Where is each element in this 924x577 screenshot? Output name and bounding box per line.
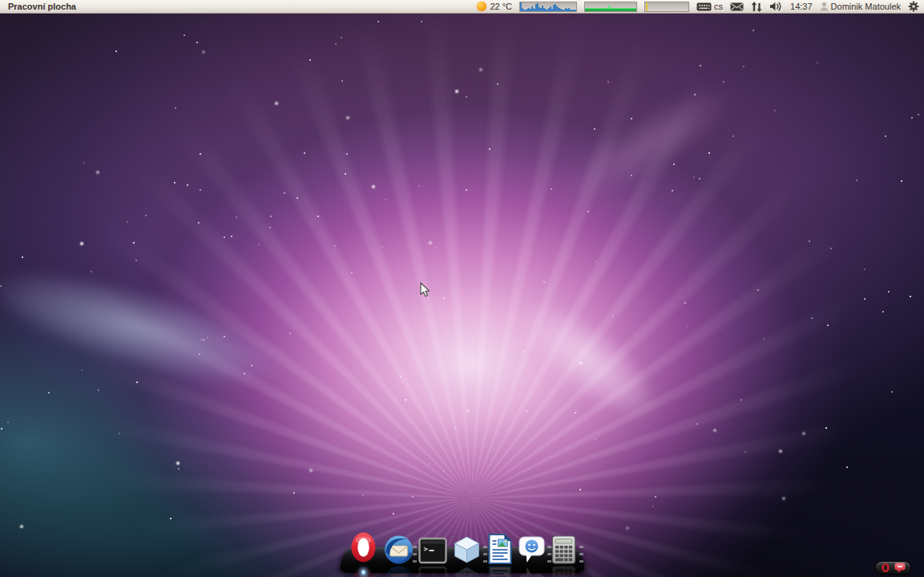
dock-item-terminal[interactable]: > > (418, 536, 447, 565)
calculator-icon-reflection (550, 565, 577, 577)
cpu-graph-bars (520, 2, 576, 11)
desktop: Pracovní plocha 22 °C c (0, 0, 924, 577)
network-load-tick (608, 6, 611, 8)
settings-menu[interactable] (908, 1, 919, 12)
weather-indicator[interactable]: 22 °C (477, 2, 512, 11)
dock-tray (875, 561, 911, 575)
running-indicator (361, 570, 365, 575)
keyboard-icon (696, 2, 712, 11)
panel-indicator-cluster: 22 °C cs (477, 1, 919, 12)
network-monitor[interactable] (584, 2, 637, 12)
red-chat-bubble-icon[interactable] (894, 563, 906, 573)
dock-items: > > (347, 530, 577, 565)
wallpaper-rays (0, 14, 924, 577)
temperature-label: 22 °C (490, 2, 512, 11)
activity-monitor[interactable] (644, 2, 689, 12)
dock-item-writer[interactable] (486, 533, 513, 565)
dock-item-opera[interactable] (347, 530, 379, 565)
user-menu[interactable]: Dominik Matoulek (820, 2, 901, 11)
svg-text:>: > (423, 545, 428, 553)
dock: > > (336, 527, 589, 577)
cube-icon (451, 535, 482, 565)
sun-icon (477, 2, 486, 11)
updown-arrows-icon (751, 2, 762, 12)
dock-item-thunderbird[interactable] (383, 535, 414, 565)
cube-icon-reflection (451, 565, 482, 577)
network-load-fill (585, 8, 636, 11)
thunderbird-icon-reflection (383, 565, 414, 577)
dock-item-messenger[interactable] (517, 535, 546, 565)
user-name-label: Dominik Matoulek (831, 2, 901, 11)
gear-icon (908, 1, 919, 12)
dock-item-calculator[interactable] (550, 535, 577, 565)
mail-indicator[interactable] (730, 2, 744, 11)
document-icon (486, 533, 513, 565)
activity-tick (646, 2, 648, 11)
clock[interactable]: 14:37 (790, 2, 813, 11)
top-panel: Pracovní plocha 22 °C c (0, 0, 924, 14)
mouse-cursor (420, 282, 430, 297)
thunderbird-icon (383, 535, 414, 565)
opera-mini-icon[interactable] (881, 563, 890, 573)
window-title[interactable]: Pracovní plocha (5, 2, 79, 11)
chat-bubble-icon (517, 535, 546, 565)
mail-icon (730, 2, 744, 11)
user-icon (820, 2, 829, 11)
keyboard-layout-label: cs (714, 2, 723, 11)
volume-icon (769, 2, 783, 11)
keyboard-layout-indicator[interactable]: cs (696, 2, 723, 11)
chat-bubble-icon-reflection (517, 565, 546, 577)
cpu-graph[interactable] (519, 2, 577, 12)
volume-indicator[interactable] (769, 2, 783, 11)
network-traffic-indicator[interactable] (751, 2, 762, 12)
dock-item-virtualbox[interactable] (451, 535, 482, 565)
opera-icon (347, 530, 379, 565)
calculator-icon (550, 535, 577, 565)
dock-perforation (579, 546, 583, 567)
document-icon-reflection (486, 565, 513, 577)
terminal-icon: > (418, 536, 447, 565)
terminal-icon-reflection: > (418, 565, 447, 577)
